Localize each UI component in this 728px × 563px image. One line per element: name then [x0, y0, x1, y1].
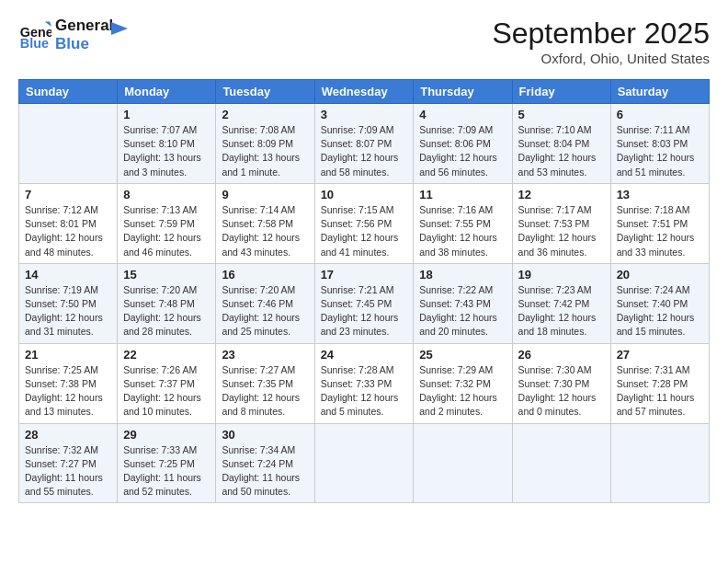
table-row: 18Sunrise: 7:22 AMSunset: 7:43 PMDayligh…	[414, 263, 512, 343]
table-row	[314, 423, 414, 503]
day-number: 10	[321, 188, 408, 201]
day-number: 26	[518, 348, 605, 362]
day-info: Sunrise: 7:33 AMSunset: 7:25 PMDaylight:…	[123, 443, 210, 500]
table-row: 19Sunrise: 7:23 AMSunset: 7:42 PMDayligh…	[512, 263, 610, 343]
day-info-line: and 41 minutes.	[321, 247, 390, 258]
day-info-line: Daylight: 12 hours	[222, 312, 300, 323]
table-row: 11Sunrise: 7:16 AMSunset: 7:55 PMDayligh…	[414, 183, 512, 263]
day-info-line: Sunset: 7:55 PM	[419, 218, 491, 229]
day-info-line: and 25 minutes.	[222, 326, 290, 337]
day-info-line: and 18 minutes.	[518, 326, 587, 337]
day-info-line: Sunset: 7:45 PM	[321, 298, 392, 309]
day-info-line: and 2 minutes.	[419, 406, 483, 417]
table-row: 21Sunrise: 7:25 AMSunset: 7:38 PMDayligh…	[19, 343, 118, 423]
day-number: 30	[222, 428, 308, 442]
day-info-line: Sunrise: 7:34 AM	[222, 444, 295, 455]
day-info-line: and 58 minutes.	[321, 167, 390, 178]
day-info-line: and 3 minutes.	[123, 167, 187, 178]
day-info: Sunrise: 7:21 AMSunset: 7:45 PMDaylight:…	[321, 283, 408, 339]
day-info-line: Daylight: 12 hours	[419, 152, 497, 163]
day-info: Sunrise: 7:31 AMSunset: 7:28 PMDaylight:…	[617, 363, 703, 419]
day-info-line: Daylight: 12 hours	[419, 392, 497, 403]
table-row: 4Sunrise: 7:09 AMSunset: 8:06 PMDaylight…	[414, 104, 512, 184]
day-info-line: Daylight: 12 hours	[123, 312, 201, 323]
day-info: Sunrise: 7:25 AMSunset: 7:38 PMDaylight:…	[25, 363, 111, 419]
day-number: 21	[25, 348, 111, 362]
day-info: Sunrise: 7:17 AMSunset: 7:53 PMDaylight:…	[518, 203, 605, 259]
day-info: Sunrise: 7:19 AMSunset: 7:50 PMDaylight:…	[25, 283, 111, 339]
svg-text:Blue: Blue	[20, 37, 49, 52]
day-info: Sunrise: 7:14 AMSunset: 7:58 PMDaylight:…	[222, 203, 308, 259]
day-info-line: Sunset: 7:37 PM	[123, 378, 195, 389]
calendar-week-row: 21Sunrise: 7:25 AMSunset: 7:38 PMDayligh…	[19, 343, 710, 423]
day-number: 27	[617, 348, 703, 362]
day-info: Sunrise: 7:18 AMSunset: 7:51 PMDaylight:…	[617, 203, 703, 259]
table-row: 13Sunrise: 7:18 AMSunset: 7:51 PMDayligh…	[610, 183, 709, 263]
day-info-line: Daylight: 12 hours	[321, 392, 399, 403]
day-number: 6	[617, 108, 703, 121]
col-tuesday: Tuesday	[216, 80, 314, 104]
day-info: Sunrise: 7:20 AMSunset: 7:46 PMDaylight:…	[222, 283, 308, 339]
day-info-line: and 46 minutes.	[123, 247, 192, 258]
day-info: Sunrise: 7:08 AMSunset: 8:09 PMDaylight:…	[222, 123, 308, 179]
table-row: 16Sunrise: 7:20 AMSunset: 7:46 PMDayligh…	[216, 263, 314, 343]
day-info-line: Sunset: 8:10 PM	[123, 138, 195, 149]
day-info-line: Daylight: 12 hours	[419, 312, 497, 323]
day-info: Sunrise: 7:22 AMSunset: 7:43 PMDaylight:…	[419, 283, 506, 339]
table-row: 17Sunrise: 7:21 AMSunset: 7:45 PMDayligh…	[314, 263, 414, 343]
table-row: 20Sunrise: 7:24 AMSunset: 7:40 PMDayligh…	[610, 263, 709, 343]
day-info-line: Sunrise: 7:15 AM	[321, 204, 394, 215]
day-info-line: and 31 minutes.	[25, 326, 94, 337]
day-info-line: Sunset: 7:58 PM	[222, 218, 293, 229]
table-row: 10Sunrise: 7:15 AMSunset: 7:56 PMDayligh…	[314, 183, 414, 263]
day-info-line: Sunset: 8:01 PM	[25, 218, 97, 229]
day-info-line: and 57 minutes.	[617, 406, 686, 417]
day-number: 13	[617, 188, 703, 201]
day-info-line: Sunset: 7:50 PM	[25, 298, 97, 309]
day-number: 5	[518, 108, 605, 121]
table-row: 14Sunrise: 7:19 AMSunset: 7:50 PMDayligh…	[19, 263, 118, 343]
day-info-line: Sunrise: 7:22 AM	[419, 284, 493, 295]
day-info-line: and 5 minutes.	[321, 406, 384, 417]
col-monday: Monday	[118, 80, 216, 104]
day-info-line: Daylight: 12 hours	[25, 392, 103, 403]
day-info-line: Daylight: 12 hours	[321, 312, 399, 323]
logo-icon: General Blue	[18, 18, 51, 52]
day-info: Sunrise: 7:09 AMSunset: 8:07 PMDaylight:…	[321, 123, 408, 179]
table-row	[610, 423, 709, 503]
day-info: Sunrise: 7:23 AMSunset: 7:42 PMDaylight:…	[518, 283, 605, 339]
day-info-line: and 56 minutes.	[419, 167, 488, 178]
day-info: Sunrise: 7:15 AMSunset: 7:56 PMDaylight:…	[321, 203, 408, 259]
day-info-line: Sunrise: 7:33 AM	[123, 444, 197, 455]
day-info-line: Daylight: 11 hours	[123, 472, 201, 483]
calendar-header-row: Sunday Monday Tuesday Wednesday Thursday…	[19, 80, 710, 104]
day-info: Sunrise: 7:13 AMSunset: 7:59 PMDaylight:…	[123, 203, 210, 259]
day-number: 15	[123, 268, 210, 282]
day-info-line: and 20 minutes.	[419, 326, 488, 337]
day-info-line: and 23 minutes.	[321, 326, 390, 337]
day-info-line: and 43 minutes.	[222, 247, 290, 258]
day-info-line: and 38 minutes.	[419, 247, 488, 258]
day-info: Sunrise: 7:34 AMSunset: 7:24 PMDaylight:…	[222, 443, 308, 500]
title-block: September 2025 Oxford, Ohio, United Stat…	[492, 17, 710, 66]
day-info-line: Sunset: 7:25 PM	[123, 458, 195, 469]
table-row: 8Sunrise: 7:13 AMSunset: 7:59 PMDaylight…	[118, 183, 216, 263]
day-info-line: and 52 minutes.	[123, 486, 192, 497]
day-number: 20	[617, 268, 703, 282]
day-number: 16	[222, 268, 308, 282]
col-wednesday: Wednesday	[314, 80, 414, 104]
day-info-line: Daylight: 12 hours	[617, 152, 695, 163]
day-number: 29	[123, 428, 210, 442]
day-info-line: Daylight: 11 hours	[25, 472, 103, 483]
day-info: Sunrise: 7:29 AMSunset: 7:32 PMDaylight:…	[419, 363, 506, 419]
day-info-line: Daylight: 12 hours	[123, 232, 201, 243]
calendar-week-row: 7Sunrise: 7:12 AMSunset: 8:01 PMDaylight…	[19, 183, 710, 263]
table-row: 5Sunrise: 7:10 AMSunset: 8:04 PMDaylight…	[512, 104, 610, 184]
day-info-line: Sunset: 7:35 PM	[222, 378, 293, 389]
calendar-week-row: 14Sunrise: 7:19 AMSunset: 7:50 PMDayligh…	[19, 263, 710, 343]
table-row: 2Sunrise: 7:08 AMSunset: 8:09 PMDaylight…	[216, 104, 314, 184]
day-info-line: Sunrise: 7:20 AM	[123, 284, 197, 295]
table-row	[512, 423, 610, 503]
day-info-line: Sunrise: 7:11 AM	[617, 124, 690, 135]
day-info-line: Daylight: 12 hours	[25, 232, 103, 243]
